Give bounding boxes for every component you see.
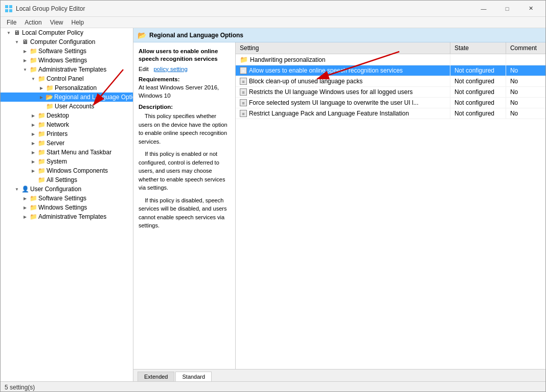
settings-table: Setting State Comment 📁 Handwriting pers… xyxy=(236,42,546,119)
expander-win-comp[interactable]: ▶ xyxy=(29,167,37,175)
menu-view[interactable]: View xyxy=(46,18,67,27)
tree-windows-components[interactable]: ▶ 📁 Windows Components xyxy=(1,166,133,175)
expander-software[interactable]: ▶ xyxy=(21,47,29,55)
tree-personalization[interactable]: ▶ 📁 Personalization xyxy=(1,83,133,93)
tree-windows-settings[interactable]: ▶ 📁 Windows Settings xyxy=(1,56,133,65)
description-label: Description: xyxy=(139,104,230,110)
col-comment: Comment xyxy=(506,42,546,54)
expander-admin[interactable]: ▼ xyxy=(21,65,29,74)
menu-file[interactable]: File xyxy=(3,18,20,27)
tree-server[interactable]: ▶ 📁 Server xyxy=(1,139,133,148)
row-policy-icon: ≡ xyxy=(240,110,247,117)
expander-root[interactable]: ▼ xyxy=(5,29,13,37)
folder-icon-personal: 📁 xyxy=(46,84,54,91)
tree-user-config[interactable]: ▼ 👤 User Configuration xyxy=(1,185,133,194)
computer-config-icon: 🖥 xyxy=(21,38,29,45)
start-menu-label: Start Menu and Taskbar xyxy=(47,149,111,156)
tab-standard[interactable]: Standard xyxy=(175,372,212,381)
minimize-button[interactable]: — xyxy=(472,1,495,17)
table-row[interactable]: ≡ Block clean-up of unused language pack… xyxy=(236,76,546,87)
tab-bar: Extended Standard xyxy=(133,369,546,381)
network-label: Network xyxy=(47,121,69,128)
desc-paragraph-2: If this policy is enabled or not configu… xyxy=(139,150,230,192)
folder-icon-user: 📁 xyxy=(46,103,54,110)
tree-regional-language[interactable]: ▶ 📂 Regional and Language Options xyxy=(1,93,133,102)
row-policy-icon: ≡ xyxy=(240,67,247,74)
svg-rect-1 xyxy=(9,5,12,8)
table-header-row: Setting State Comment xyxy=(236,42,546,54)
tree-control-panel[interactable]: ▼ 📁 Control Panel xyxy=(1,74,133,83)
row-comment-cell: No xyxy=(506,98,546,108)
expander-control[interactable]: ▼ xyxy=(29,75,37,83)
desc-paragraph-1: This policy specifies whether users on t… xyxy=(139,112,230,146)
folder-icon-server: 📁 xyxy=(37,140,46,147)
expander-printers[interactable]: ▶ xyxy=(29,130,37,138)
table-row[interactable]: 📁 Handwriting personalization xyxy=(236,54,546,65)
row-policy-icon: ≡ xyxy=(240,88,247,96)
folder-icon-control: 📁 xyxy=(37,75,46,82)
expander-desktop[interactable]: ▶ xyxy=(29,111,37,120)
user-accounts-label: User Accounts xyxy=(55,103,94,110)
user-admin-label: Administrative Templates xyxy=(38,213,106,220)
svg-rect-3 xyxy=(9,9,12,12)
row-setting-cell: ≡ Allow users to enable online speech re… xyxy=(236,65,450,76)
expander-regional[interactable]: ▶ xyxy=(37,93,46,101)
tree-start-menu[interactable]: ▶ 📁 Start Menu and Taskbar xyxy=(1,148,133,157)
row-comment-cell: No xyxy=(506,76,546,87)
expander-personal[interactable]: ▶ xyxy=(37,84,46,92)
tree-computer-config[interactable]: ▼ 🖥 Computer Configuration xyxy=(1,37,133,47)
row-setting-cell: ≡ Force selected system UI language to o… xyxy=(236,98,450,108)
table-row[interactable]: ≡ Restrict Language Pack and Language Fe… xyxy=(236,108,546,119)
row-comment-cell xyxy=(506,54,546,65)
table-row[interactable]: ≡ Force selected system UI language to o… xyxy=(236,98,546,108)
table-row[interactable]: ≡ Restricts the UI language Windows uses… xyxy=(236,87,546,98)
menu-help[interactable]: Help xyxy=(67,18,88,27)
close-button[interactable]: ✕ xyxy=(519,1,542,17)
window-controls: — □ ✕ xyxy=(472,1,542,17)
maximize-button[interactable]: □ xyxy=(495,1,519,17)
all-settings-label: All Settings xyxy=(47,176,77,183)
user-config-label: User Configuration xyxy=(30,186,81,193)
desc-title: Allow users to enable online speech reco… xyxy=(139,48,230,63)
menu-action[interactable]: Action xyxy=(20,18,46,27)
main-container: ▼ 🖥 Local Computer Policy ▼ 🖥 Computer C… xyxy=(1,28,546,392)
tree-network[interactable]: ▶ 📁 Network xyxy=(1,120,133,129)
expander-server[interactable]: ▶ xyxy=(29,139,37,147)
expander-start[interactable]: ▶ xyxy=(29,148,37,156)
desc-panel: Allow users to enable online speech reco… xyxy=(133,42,236,369)
tree-desktop[interactable]: ▶ 📁 Desktop xyxy=(1,111,133,120)
policy-setting-link[interactable]: policy setting xyxy=(153,66,187,72)
tree-user-windows[interactable]: ▶ 📁 Windows Settings xyxy=(1,203,133,212)
tree-printers[interactable]: ▶ 📁 Printers xyxy=(1,129,133,139)
right-panel: 📂 Regional and Language Options Allow us… xyxy=(133,28,546,381)
folder-icon-network: 📁 xyxy=(37,121,46,128)
tree-user-accounts[interactable]: ▶ 📁 User Accounts xyxy=(1,102,133,111)
edit-row: Edit policy setting xyxy=(139,66,230,72)
tree-root[interactable]: ▼ 🖥 Local Computer Policy xyxy=(1,28,133,37)
tree-user-software[interactable]: ▶ 📁 Software Settings xyxy=(1,194,133,203)
row-policy-icon: ≡ xyxy=(240,78,247,85)
printers-label: Printers xyxy=(47,130,67,137)
table-row[interactable]: ≡ Allow users to enable online speech re… xyxy=(236,65,546,76)
expander-windows[interactable]: ▶ xyxy=(21,56,29,64)
control-panel-label: Control Panel xyxy=(47,75,84,82)
expander-user-config[interactable]: ▼ xyxy=(13,185,21,193)
tree-user-admin[interactable]: ▶ 📁 Administrative Templates xyxy=(1,212,133,221)
expander-network[interactable]: ▶ xyxy=(29,121,37,129)
expander-computer[interactable]: ▼ xyxy=(13,38,21,46)
tree-system[interactable]: ▶ 📁 System xyxy=(1,157,133,166)
expander-user-soft[interactable]: ▶ xyxy=(21,194,29,202)
system-label: System xyxy=(47,158,67,165)
expander-user-win[interactable]: ▶ xyxy=(21,203,29,212)
tree-all-settings[interactable]: ▶ 📁 All Settings xyxy=(1,175,133,185)
folder-icon-win-comp: 📁 xyxy=(37,167,46,174)
tree-software-settings[interactable]: ▶ 📁 Software Settings xyxy=(1,47,133,56)
tree-admin-templates[interactable]: ▼ 📁 Administrative Templates xyxy=(1,65,133,74)
content-split: Allow users to enable online speech reco… xyxy=(133,42,546,369)
tab-extended[interactable]: Extended xyxy=(138,372,174,381)
expander-user-admin[interactable]: ▶ xyxy=(21,213,29,221)
expander-system[interactable]: ▶ xyxy=(29,157,37,166)
row-setting-name: Restricts the UI language Windows uses f… xyxy=(249,88,413,96)
col-state: State xyxy=(450,42,506,54)
row-state-cell: Not configured xyxy=(450,87,506,98)
